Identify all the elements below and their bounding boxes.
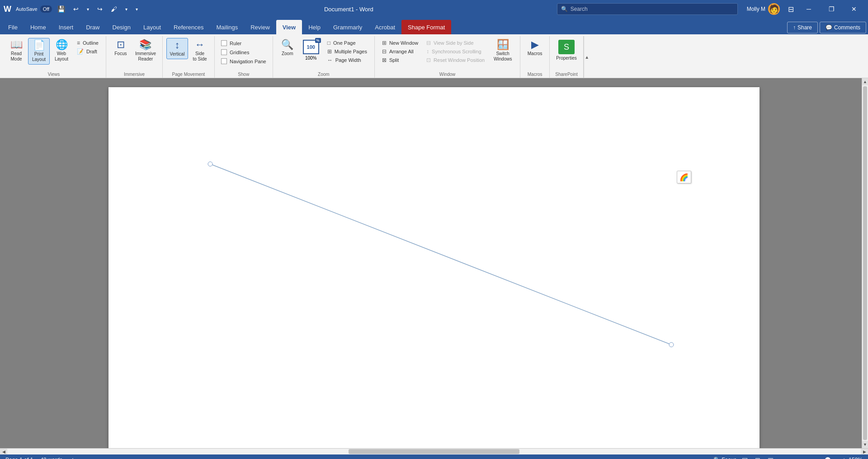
gridlines-checkbox[interactable]: Gridlines [219,48,268,56]
web-view-button[interactable]: ⊞ [753,455,762,459]
undo-button[interactable]: ↩ [71,4,81,14]
h-scroll-right-button[interactable]: ▶ [861,449,868,454]
macros-group-items: ▶ Macros [523,36,547,72]
zoom-group-items: 🔍 Zoom 100 % 100% □ One Page ⊞ Multiple … [276,36,372,72]
switch-windows-button[interactable]: 🪟 SwitchWindows [489,38,516,64]
tab-review[interactable]: Review [244,20,276,34]
focus-button[interactable]: ⊡ Focus [110,38,132,58]
tab-help[interactable]: Help [302,20,327,34]
macros-label: Macros [528,51,542,56]
ribbon-display-button[interactable]: ⊟ [785,3,797,15]
properties-button[interactable]: S Properties [553,38,580,63]
page-movement-group-label: Page Movement [172,72,205,78]
synchronous-scrolling-button[interactable]: ↕ Synchronous Scrolling [424,47,487,56]
tab-acrobat[interactable]: Acrobat [368,20,401,34]
zoom-percent-button[interactable]: 100 % 100% [299,38,323,62]
h-scroll-thumb[interactable] [349,449,519,454]
handle-end[interactable] [669,342,674,347]
new-window-icon: ⊞ [382,40,387,46]
reset-window-position-button[interactable]: ⊡ Reset Window Position [424,56,487,64]
tab-draw[interactable]: Draw [80,20,106,34]
draft-button[interactable]: 📝 Draft [74,47,101,56]
format-painter-button[interactable]: 🖌 [108,4,120,14]
focus-label: Focus [114,51,127,56]
print-layout-view-button[interactable]: ▤ [740,455,750,459]
navigation-pane-checkbox[interactable]: Navigation Pane [219,57,268,66]
h-scroll-left-button[interactable]: ◀ [0,449,7,454]
handle-start[interactable] [208,162,212,166]
switch-windows-label: SwitchWindows [494,51,512,62]
v-scroll-down-button[interactable]: ▼ [862,441,868,448]
tab-mailings[interactable]: Mailings [210,20,245,34]
v-scroll-thumb[interactable] [863,86,867,440]
ribbon-group-zoom: 🔍 Zoom 100 % 100% □ One Page ⊞ Multiple … [273,36,375,78]
one-page-button[interactable]: □ One Page [325,39,370,47]
close-button[interactable]: ✕ [844,0,864,18]
format-painter-dropdown[interactable]: ▾ [123,5,130,14]
shape-tooltip: 🌈 [677,171,691,183]
macros-button[interactable]: ▶ Macros [524,38,546,58]
ribbon-collapse[interactable]: ▲ [584,36,590,78]
read-mode-button[interactable]: 📖 ReadMode [5,38,27,64]
customize-qat-button[interactable]: ▾ [133,5,141,14]
ribbon-content: 📖 ReadMode 📄 PrintLayout 🌐 WebLayout ≡ O… [0,34,868,78]
tab-home[interactable]: Home [24,20,52,34]
page-width-icon: ↔ [327,57,333,63]
outline-button[interactable]: ≡ Outline [74,39,101,47]
tab-file[interactable]: File [2,20,24,34]
view-side-by-side-button[interactable]: ⊟ View Side by Side [424,39,487,47]
side-to-side-button[interactable]: ↔ Sideto Side [189,38,211,64]
ribbon-group-show: Ruler Gridlines Navigation Pane Show [215,36,273,78]
tab-design[interactable]: Design [106,20,137,34]
arrange-all-icon: ⊟ [382,48,387,55]
v-scroll-up-button[interactable]: ▲ [862,78,868,85]
minimize-button[interactable]: ─ [798,0,819,18]
immersive-reader-button[interactable]: 📚 ImmersiveReader [132,38,159,64]
multiple-pages-button[interactable]: ⊞ Multiple Pages [325,47,370,56]
ribbon-group-views: 📖 ReadMode 📄 PrintLayout 🌐 WebLayout ≡ O… [2,36,106,78]
zoom-out-button[interactable]: − [779,456,783,459]
outline-draft-group: ≡ Outline 📝 Draft [73,38,102,56]
tab-shape-format[interactable]: Shape Format [401,20,451,34]
zoom-in-button[interactable]: + [842,456,846,459]
tab-view[interactable]: View [276,20,302,34]
focus-status-label: Focus [722,457,736,459]
read-view-button[interactable]: ▦ [766,455,775,459]
ruler-checkbox[interactable]: Ruler [219,39,268,47]
tab-layout[interactable]: Layout [137,20,167,34]
views-group-items: 📖 ReadMode 📄 PrintLayout 🌐 WebLayout ≡ O… [5,36,103,72]
web-layout-icon: 🌐 [56,40,68,50]
search-box[interactable]: 🔍 Search [557,3,738,15]
web-layout-button[interactable]: 🌐 WebLayout [51,38,72,64]
undo-dropdown[interactable]: ▾ [84,5,92,14]
new-window-button[interactable]: ⊞ New Window [379,39,421,47]
autosave-toggle[interactable]: Off [40,5,52,13]
comments-button[interactable]: 💬 Comments [820,22,866,33]
tab-grammarly[interactable]: Grammarly [327,20,368,34]
macros-icon: ▶ [531,40,539,50]
tab-references[interactable]: References [167,20,210,34]
user-name: Molly M [747,6,765,12]
avatar[interactable]: 🧑 [768,3,780,15]
save-button[interactable]: 💾 [55,4,68,14]
tab-insert[interactable]: Insert [52,20,80,34]
shape-line[interactable] [108,87,760,448]
share-button[interactable]: ↑ Share [787,22,818,33]
vertical-button[interactable]: ↕ Vertical [166,38,188,59]
print-layout-button[interactable]: 📄 PrintLayout [28,38,50,65]
ribbon-group-page-movement: ↕ Vertical ↔ Sideto Side Page Movement [163,36,215,78]
zoom-slider-thumb [825,457,830,459]
arrange-all-button[interactable]: ⊟ Arrange All [379,47,421,56]
focus-button-status[interactable]: 🔍 Focus [713,457,736,459]
page-area: 🌈 ▲ ▼ [0,78,868,448]
page-width-button[interactable]: ↔ Page Width [325,56,370,64]
autosave-label: AutoSave [16,6,38,12]
window-left-group: ⊞ New Window ⊟ Arrange All ⊠ Split [378,38,422,65]
page-canvas: 🌈 [108,87,760,448]
read-mode-icon: 📖 [10,40,23,50]
split-button[interactable]: ⊠ Split [379,56,421,64]
redo-button[interactable]: ↪ [94,4,105,14]
connector-line[interactable] [210,164,671,345]
restore-button[interactable]: ❐ [821,0,842,18]
zoom-button[interactable]: 🔍 Zoom [277,38,298,58]
